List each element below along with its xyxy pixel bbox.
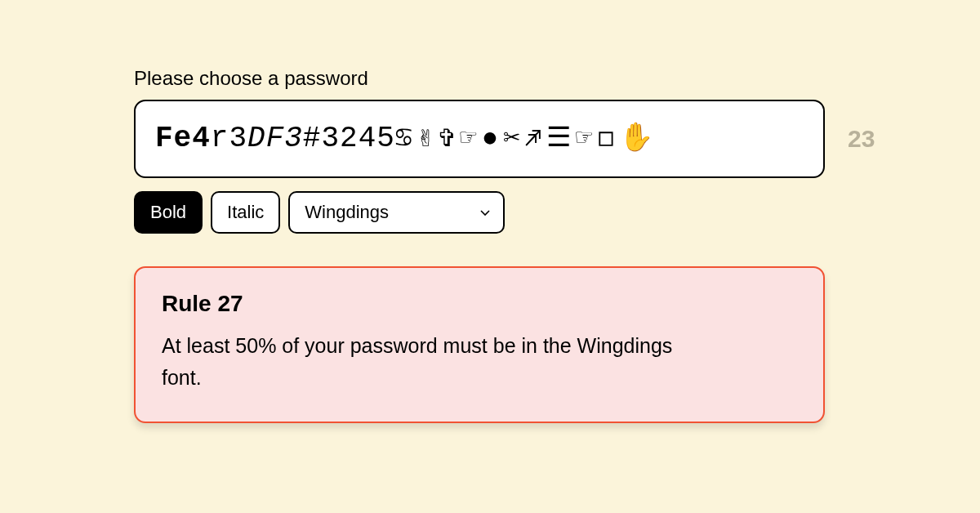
prompt-label: Please choose a password (134, 67, 980, 90)
password-segment: r3 (211, 124, 247, 154)
bold-button-label: Bold (150, 202, 186, 223)
password-segment: DF3 (247, 124, 303, 154)
italic-button[interactable]: Italic (211, 191, 280, 234)
password-input[interactable]: Fe4r3DF3#3245♋✌✞☞●✂♐☰☞◻✋ (134, 100, 825, 178)
rule-title: Rule 27 (162, 291, 797, 317)
char-count: 23 (848, 125, 875, 153)
rule-body: At least 50% of your password must be in… (162, 330, 684, 394)
italic-button-label: Italic (227, 202, 264, 223)
password-segment: ♋✌✞☞●✂♐☰☞◻✋ (395, 125, 658, 153)
font-select[interactable]: Wingdings (288, 191, 505, 234)
font-select-value: Wingdings (305, 202, 389, 223)
password-row: Fe4r3DF3#3245♋✌✞☞●✂♐☰☞◻✋ 23 (134, 100, 980, 178)
password-segment: #3245 (303, 124, 395, 154)
bold-button[interactable]: Bold (134, 191, 203, 234)
format-toolbar: Bold Italic Wingdings (134, 191, 980, 234)
rule-card: Rule 27 At least 50% of your password mu… (134, 266, 825, 423)
chevron-down-icon (479, 206, 492, 219)
password-segment: Fe4 (155, 124, 211, 154)
